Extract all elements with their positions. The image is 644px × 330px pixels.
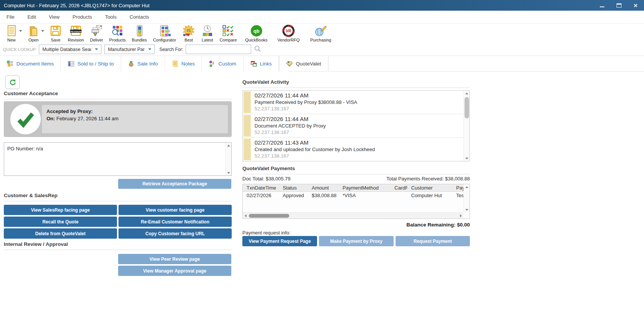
toolbar-bundles-button[interactable]: Bundles xyxy=(129,24,150,42)
total-payments-received: Total Payments Received: $38,008.88 xyxy=(386,176,470,182)
re-email-notification-button[interactable]: Re-Email Customer Notification xyxy=(119,217,232,227)
bundles-icon xyxy=(133,25,146,37)
refresh-button[interactable] xyxy=(5,75,20,89)
scroll-down-icon[interactable] xyxy=(465,158,468,159)
close-button[interactable]: × xyxy=(627,0,644,11)
make-payment-by-proxy-button[interactable]: Make Payment by Proxy xyxy=(319,236,394,246)
menu-file[interactable]: File xyxy=(0,11,21,23)
activity-item-accent-bar xyxy=(244,115,251,137)
column-header-txndatetime[interactable]: TxnDateTime xyxy=(243,185,279,191)
toolbar-compare-button[interactable]: Compare xyxy=(216,24,240,42)
scroll-up-icon[interactable] xyxy=(227,145,230,147)
links-icon xyxy=(250,61,257,67)
scroll-down-icon[interactable] xyxy=(227,172,230,174)
menu-tools[interactable]: Tools xyxy=(99,11,123,23)
tab-links[interactable]: Links xyxy=(244,56,279,72)
menu-products[interactable]: Products xyxy=(66,11,98,23)
delete-from-quotevalet-button[interactable]: Delete from QuoteValet xyxy=(4,228,117,239)
payment-request-info-label: Payment request info: xyxy=(242,230,290,236)
menu-bar: File Edit View Products Tools Contacts xyxy=(0,11,644,24)
menu-contacts[interactable]: Contacts xyxy=(123,11,155,23)
new-dropdown-caret-icon[interactable] xyxy=(19,30,22,32)
scroll-down-icon[interactable] xyxy=(465,209,468,211)
column-header-amount[interactable]: Amount xyxy=(308,185,339,191)
magnifier-icon xyxy=(254,45,261,52)
maximize-button[interactable] xyxy=(610,0,627,11)
close-icon: × xyxy=(634,2,638,9)
tab-sold-to-ship-to[interactable]: Sold to / Ship to xyxy=(61,56,121,72)
tab-notes[interactable]: Notes xyxy=(165,56,202,72)
main-toolbar: New Open Save REVISION Revision xyxy=(0,24,644,43)
menu-edit[interactable]: Edit xyxy=(21,11,42,23)
toolbar-revision-button[interactable]: REVISION Revision xyxy=(65,24,87,42)
recall-quote-button[interactable]: Recall the Quote xyxy=(4,217,117,227)
best-number-one-icon: #1 xyxy=(182,25,195,37)
chevron-down-icon xyxy=(148,48,151,50)
scrollbar-thumb[interactable] xyxy=(249,214,289,218)
tab-document-items[interactable]: Document Items xyxy=(0,56,61,72)
purchasing-globe-icon xyxy=(314,24,327,37)
document-items-icon xyxy=(7,61,13,67)
toolbar-purchasing-button[interactable]: Purchasing xyxy=(307,24,334,42)
toolbar-open-button[interactable]: Open xyxy=(24,24,43,42)
toolbar-products-button[interactable]: Products xyxy=(106,24,128,42)
retrieve-acceptance-package-button[interactable]: Retrieve Acceptance Package xyxy=(118,179,231,189)
toolbar-vendorrfq-button[interactable]: VR VendorRFQ xyxy=(274,24,303,42)
po-notes-textarea[interactable]: PO Number: n/a xyxy=(4,142,232,176)
window-controls: × xyxy=(594,0,644,11)
quickbooks-icon: qb xyxy=(250,24,263,37)
menu-view[interactable]: View xyxy=(42,11,66,23)
search-input[interactable] xyxy=(186,45,251,54)
po-note-text: PO Number: n/a xyxy=(7,146,43,151)
sale-info-icon xyxy=(128,61,135,67)
view-manager-approval-button[interactable]: View Manager Approval page xyxy=(118,266,231,276)
open-dropdown-caret-icon[interactable] xyxy=(41,30,44,32)
acceptance-check-circle xyxy=(10,104,41,134)
column-header-customer[interactable]: Customer xyxy=(407,185,452,191)
quick-lookup-bar: QUICK LOOKUP Multiple Database Search Ma… xyxy=(0,43,644,56)
view-salesrep-page-button[interactable]: View SalesRep facing page xyxy=(4,205,117,215)
payments-table-hscrollbar[interactable] xyxy=(243,212,463,218)
payments-table-header: TxnDateTime Status Amount PaymentMethod … xyxy=(243,184,463,192)
window-title: Computer Hut - February 25, 2026 <JBLQ17… xyxy=(4,3,149,8)
minimize-button[interactable] xyxy=(594,0,610,11)
toolbar-best-button[interactable]: #1 Best xyxy=(179,24,198,42)
database-search-select[interactable]: Multiple Database Search xyxy=(39,45,101,54)
toolbar-new-button[interactable]: New xyxy=(2,24,21,42)
view-payment-request-page-button[interactable]: View Payment Request Page xyxy=(242,236,317,246)
save-floppy-icon xyxy=(50,25,62,37)
toolbar-save-button[interactable]: Save xyxy=(46,24,65,42)
request-payment-button[interactable]: Request Payment xyxy=(396,236,470,246)
tab-custom[interactable]: Custom xyxy=(202,56,244,72)
tab-quotevalet[interactable]: QuoteValet xyxy=(279,56,328,72)
toolbar-latest-button[interactable]: Latest xyxy=(198,24,216,42)
view-customer-page-button[interactable]: View customer facing page xyxy=(119,205,232,215)
column-header-cardref[interactable]: CardRef xyxy=(391,185,407,191)
scroll-up-icon[interactable] xyxy=(465,186,468,188)
view-peer-review-button[interactable]: View Peer Review page xyxy=(118,254,231,264)
scrollbar-thumb[interactable] xyxy=(465,97,469,118)
activity-item-accent-bar xyxy=(244,91,251,113)
notes-icon xyxy=(172,61,178,67)
tab-sale-info[interactable]: Sale Info xyxy=(121,56,165,72)
column-header-status[interactable]: Status xyxy=(279,185,308,191)
accepted-on-value: February 27, 2026 11:44 am xyxy=(56,116,119,121)
field-select[interactable]: Manufacturer Part # xyxy=(104,45,155,54)
search-magnifier-button[interactable] xyxy=(254,45,261,54)
activity-scrollbar[interactable] xyxy=(463,91,469,161)
payments-table-row[interactable]: 02/27/2026 Approved $38,008.88 *VISA Com… xyxy=(243,192,463,199)
internal-review-heading: Internal Review / Approval xyxy=(4,241,232,250)
accepted-on-label: On: xyxy=(46,116,55,121)
toolbar-quickbooks-button[interactable]: qb QuickBooks xyxy=(242,24,271,42)
payments-table-vscrollbar[interactable] xyxy=(463,184,469,212)
copy-customer-url-button[interactable]: Copy Customer facing URL xyxy=(119,228,232,239)
column-header-paymentmethod[interactable]: PaymentMethod xyxy=(339,185,391,191)
scroll-left-icon[interactable] xyxy=(245,214,247,217)
column-header-payment[interactable]: Payme xyxy=(452,185,463,191)
scroll-up-icon[interactable] xyxy=(465,92,468,94)
toolbar-configurator-button[interactable]: Configurator xyxy=(150,24,179,42)
toolbar-deliver-button[interactable]: Deliver xyxy=(87,24,106,42)
po-notes-scrollbar[interactable] xyxy=(225,143,231,175)
quick-lookup-label: QUICK LOOKUP xyxy=(3,47,36,52)
scroll-right-icon[interactable] xyxy=(460,214,462,217)
